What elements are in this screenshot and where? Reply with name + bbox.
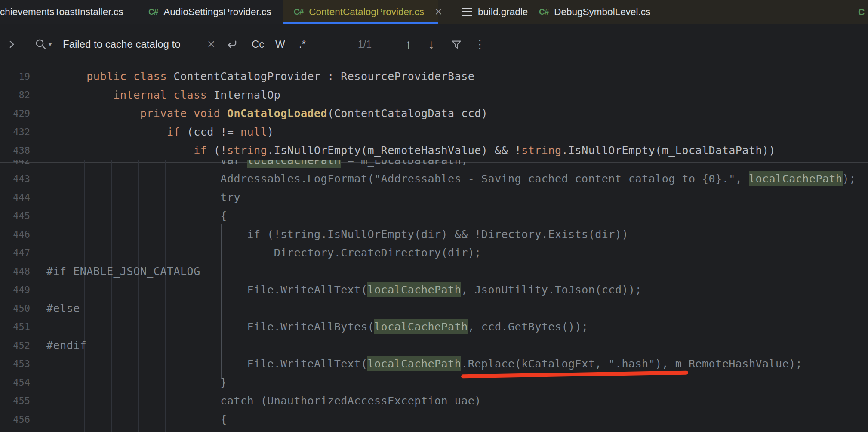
tab-label: DebugSymbolLevel.cs — [554, 6, 650, 18]
line-number: 447 — [0, 247, 30, 258]
code-line-438[interactable]: 438 if (!string.IsNullOrEmpty(m_RemoteHa… — [0, 141, 868, 160]
code-text: { — [46, 413, 227, 426]
editor-tab-bar: chievementsToastInstaller.cs C# AudioSet… — [0, 0, 868, 24]
code-text: var localCachePath = m_LocalDataPath; — [46, 160, 468, 167]
code-text: internal class InternalOp — [46, 89, 280, 101]
code-line-451[interactable]: 451 File.WriteAllBytes(localCachePath, c… — [0, 318, 868, 336]
code-text: Directory.CreateDirectory(dir); — [46, 247, 481, 259]
code-line-443[interactable]: 443 Addressables.LogFormat("Addressables… — [0, 170, 868, 188]
code-line-82[interactable]: 82 internal class InternalOp — [0, 86, 868, 104]
code-line-448[interactable]: 448#if ENABLE_JSON_CATALOG — [0, 262, 868, 281]
match-counter: 1/1 — [358, 38, 372, 50]
line-number: 443 — [0, 173, 30, 184]
sticky-context-panel: 19 public class ContentCatalogProvider :… — [0, 65, 868, 163]
line-number: 445 — [0, 210, 30, 221]
previous-occurrence-icon[interactable]: ↑ — [405, 37, 412, 52]
code-line-446[interactable]: 446 if (!string.IsNullOrEmpty(dir) && !D… — [0, 225, 868, 244]
code-line-450[interactable]: 450#else — [0, 299, 868, 318]
next-occurrence-icon[interactable]: ↓ — [428, 37, 434, 52]
line-number: 454 — [0, 377, 30, 388]
csharp-file-icon: C# — [148, 7, 158, 17]
line-number: 432 — [0, 127, 30, 137]
occurrence-highlight: localCachePath — [367, 358, 461, 370]
filter-icon[interactable] — [450, 38, 463, 51]
code-editor[interactable]: 442 var localCachePath = m_LocalDataPath… — [0, 160, 868, 432]
line-number: 455 — [0, 395, 30, 406]
toolbar-divider — [322, 24, 322, 65]
line-number: 19 — [0, 71, 30, 82]
code-line-453[interactable]: 453 File.WriteAllText(localCachePath.Rep… — [0, 355, 868, 373]
code-text: try — [46, 191, 240, 204]
gradle-file-icon — [462, 8, 472, 16]
line-number: 446 — [0, 229, 30, 240]
line-number: 438 — [0, 145, 30, 156]
tab-audio-settings-provider[interactable]: C# AudioSettingsProvider.cs — [148, 0, 271, 24]
tab-label: chievementsToastInstaller.cs — [0, 6, 123, 18]
tab-label: ContentCatalogProvider.cs — [309, 6, 424, 18]
search-icon[interactable] — [34, 38, 47, 51]
tab-clipped-right[interactable]: C — [858, 0, 864, 24]
code-line-445[interactable]: 445 { — [0, 207, 868, 225]
code-text: if (!string.IsNullOrEmpty(dir) && !Direc… — [46, 228, 628, 241]
code-text: } — [46, 376, 227, 389]
regex-toggle[interactable]: .* — [299, 38, 306, 50]
code-text: File.WriteAllText(localCachePath, JsonUt… — [46, 284, 642, 296]
line-number: 451 — [0, 321, 30, 332]
code-text: #else — [46, 302, 80, 315]
line-number: 429 — [0, 108, 30, 119]
whole-words-toggle[interactable]: W — [275, 38, 285, 50]
code-line-455[interactable]: 455 catch (UnauthorizedAccessException u… — [0, 392, 868, 410]
code-text: #endif — [46, 339, 86, 352]
code-line-452[interactable]: 452#endif — [0, 336, 868, 355]
line-number: 456 — [0, 414, 30, 425]
code-text: public class ContentCatalogProvider : Re… — [46, 70, 474, 83]
occurrence-highlight: localCachePath — [749, 173, 843, 185]
tab-close-icon[interactable]: × — [435, 6, 442, 18]
line-number: 453 — [0, 358, 30, 369]
code-text: File.WriteAllText(localCachePath.Replace… — [46, 358, 802, 370]
toolbar-divider — [22, 24, 22, 65]
code-line-447[interactable]: 447 Directory.CreateDirectory(dir); — [0, 244, 868, 262]
code-line-456[interactable]: 456 { — [0, 410, 868, 429]
tab-label: AudioSettingsProvider.cs — [163, 6, 271, 18]
tab-label: build.gradle — [478, 6, 528, 18]
code-text: private void OnCatalogLoaded(ContentCata… — [46, 107, 488, 120]
code-text: File.WriteAllBytes(localCachePath, ccd.G… — [46, 321, 588, 333]
line-number: 444 — [0, 192, 30, 203]
collapse-search-chevron-icon[interactable] — [6, 39, 17, 50]
more-options-kebab-icon[interactable]: ⋮ — [474, 37, 486, 51]
code-line-19[interactable]: 19 public class ContentCatalogProvider :… — [0, 67, 868, 86]
code-text: if (ccd != null) — [46, 126, 274, 138]
line-number: 452 — [0, 340, 30, 351]
match-case-toggle[interactable]: Cc — [252, 38, 264, 50]
search-input[interactable]: Failed to cache catalog to — [63, 38, 181, 50]
csharp-file-icon: C — [858, 7, 864, 17]
line-number: 450 — [0, 303, 30, 314]
line-number: 448 — [0, 266, 30, 277]
code-line-432[interactable]: 432 if (ccd != null) — [0, 123, 868, 141]
tab-content-catalog-provider-active[interactable]: C# ContentCatalogProvider.cs × — [294, 0, 442, 24]
code-text: Addressables.LogFormat("Addressables - S… — [46, 173, 856, 185]
code-line-454[interactable]: 454 } — [0, 373, 868, 392]
code-line-449[interactable]: 449 File.WriteAllText(localCachePath, Js… — [0, 281, 868, 299]
clear-search-icon[interactable]: × — [207, 37, 215, 52]
code-text: #if ENABLE_JSON_CATALOG — [46, 265, 200, 278]
occurrence-highlight: localCachePath — [247, 160, 341, 167]
code-line-429[interactable]: 429 private void OnCatalogLoaded(Content… — [0, 104, 868, 123]
ide-window: chievementsToastInstaller.cs C# AudioSet… — [0, 0, 868, 432]
code-text: if (!string.IsNullOrEmpty(m_RemoteHashVa… — [46, 144, 776, 157]
code-text: { — [46, 210, 227, 222]
tab-achievements-toast-installer[interactable]: chievementsToastInstaller.cs — [0, 0, 123, 24]
tab-debug-symbol-level[interactable]: C# DebugSymbolLevel.cs — [539, 0, 650, 24]
new-line-icon[interactable] — [225, 37, 238, 51]
line-number: 82 — [0, 89, 30, 100]
code-line-442[interactable]: 442 var localCachePath = m_LocalDataPath… — [0, 160, 868, 170]
tab-build-gradle[interactable]: build.gradle — [462, 0, 528, 24]
code-text: catch (UnauthorizedAccessException uae) — [46, 395, 481, 407]
code-line-444[interactable]: 444 try — [0, 188, 868, 207]
search-history-caret-icon[interactable]: ▾ — [49, 41, 52, 48]
csharp-file-icon: C# — [294, 7, 303, 17]
line-number: 449 — [0, 284, 30, 295]
occurrence-highlight: localCachePath — [367, 284, 461, 296]
find-toolbar: ▾ Failed to cache catalog to × Cc W .* 1… — [0, 24, 868, 65]
